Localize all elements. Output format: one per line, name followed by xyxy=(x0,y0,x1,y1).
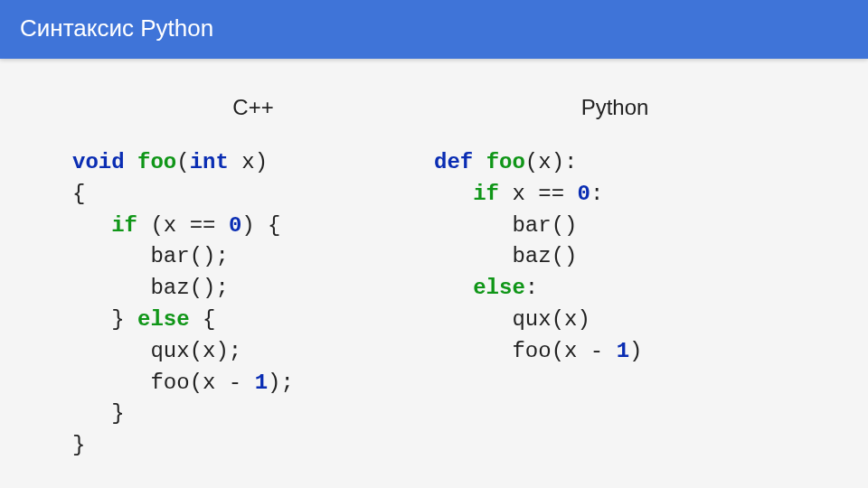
kw-int: int xyxy=(190,150,229,174)
rec-fn: foo xyxy=(150,371,189,395)
cpp-code-block: void foo(int x) { if (x == 0) { bar(); b… xyxy=(72,147,434,462)
kw-def: def xyxy=(434,150,473,174)
call-qux-py: qux(x) xyxy=(512,307,590,332)
content-row: C++ void foo(int x) { if (x == 0) { bar(… xyxy=(0,59,868,462)
call-baz-py: baz() xyxy=(512,244,577,268)
cond-op: == xyxy=(190,213,216,238)
call-bar: bar(); xyxy=(150,244,228,268)
param-x-py: x xyxy=(538,150,551,174)
call-qux: qux(x); xyxy=(150,339,241,363)
kw-if: if xyxy=(111,213,137,238)
rec-val: 1 xyxy=(255,371,268,395)
python-column: Python def foo(x): if x == 0: bar() baz(… xyxy=(434,95,796,462)
rec-arg-pre-py: (x - xyxy=(552,339,617,363)
kw-if-py: if xyxy=(473,182,499,206)
call-bar-py: bar() xyxy=(512,213,577,238)
cond-op-py: == xyxy=(538,182,564,206)
python-code-block: def foo(x): if x == 0: bar() baz() else:… xyxy=(434,147,796,368)
fn-foo: foo xyxy=(137,150,176,174)
rec-arg-post-py: ) xyxy=(629,339,642,363)
kw-else: else xyxy=(137,307,190,332)
page-header: Синтаксис Python xyxy=(0,0,868,59)
rec-val-py: 1 xyxy=(617,339,629,363)
cond-var-py: x xyxy=(512,182,524,206)
cpp-title: C++ xyxy=(72,95,434,120)
kw-void: void xyxy=(72,150,125,174)
kw-else-py: else xyxy=(473,276,525,300)
cond-val-py: 0 xyxy=(577,182,590,206)
rec-arg-post: ); xyxy=(268,371,294,395)
call-baz: baz(); xyxy=(150,276,228,300)
rec-fn-py: foo xyxy=(512,339,551,363)
page-title: Синтаксис Python xyxy=(20,14,213,42)
fn-foo-py: foo xyxy=(486,150,525,174)
param-x: x xyxy=(241,150,254,174)
rec-arg-pre: (x - xyxy=(190,371,255,395)
cpp-column: C++ void foo(int x) { if (x == 0) { bar(… xyxy=(72,95,434,462)
cond-var: x xyxy=(164,213,176,238)
cond-val: 0 xyxy=(229,213,241,238)
python-title: Python xyxy=(434,95,796,120)
